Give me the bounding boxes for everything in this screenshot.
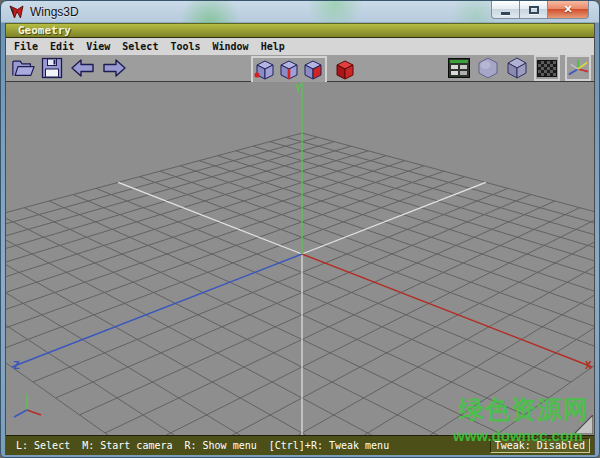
client-area: Geometry FileEditViewSelectToolsWindowHe… [5,23,595,455]
maximize-icon [529,6,539,14]
face-cube-icon [301,58,325,82]
axes-toggle[interactable] [565,55,591,81]
save-button[interactable] [40,56,64,80]
vertex-cube-icon [253,58,277,82]
menubar: FileEditViewSelectToolsWindowHelp [6,38,594,55]
ground-plane-icon [537,60,557,77]
face-mode-button[interactable] [301,58,325,82]
redo-arrow-icon [101,58,128,78]
body-mode-button[interactable] [333,58,357,82]
view-options-dialog-icon [448,58,470,78]
file-tool-group [11,56,128,80]
mouse-hint: M: Start camera [82,440,172,451]
redo-button[interactable] [101,56,128,80]
undo-button[interactable] [69,56,96,80]
edge-mode-button[interactable] [277,58,301,82]
open-folder-button[interactable] [11,56,35,80]
wireframe-cube-icon [505,56,529,80]
mouse-hint: R: Show menu [185,440,257,451]
minimize-icon [501,12,510,15]
edge-cube-icon [277,58,301,82]
view-options-button[interactable] [447,56,471,80]
ground-plane-toggle[interactable] [534,55,560,81]
selection-mode-group [251,56,357,84]
close-button[interactable]: ✕ [547,1,589,19]
smooth-shaded-cube-icon [476,56,500,80]
wings3d-window: Wings3D ✕ Geometry FileEditViewSelectToo… [0,0,600,458]
resize-grip[interactable] [574,415,593,434]
menu-item[interactable]: Select [116,41,164,52]
smooth-shaded-button[interactable] [476,56,500,80]
menu-item[interactable]: Window [207,41,255,52]
mouse-hint: L: Select [16,440,70,451]
geometry-window-title: Geometry [18,25,71,36]
titlebar[interactable]: Wings3D ✕ [5,1,595,23]
grid-canvas[interactable] [6,82,594,435]
mouse-hint: [Ctrl]+R: Tweak menu [269,440,389,451]
menu-item[interactable]: File [8,41,44,52]
selection-mode-buttons [251,56,327,84]
menu-item[interactable]: Tools [164,41,206,52]
window-controls: ✕ [491,1,589,19]
viewport[interactable]: Y X Z [6,82,594,435]
close-icon: ✕ [563,3,572,16]
geometry-window-header[interactable]: Geometry [6,23,594,38]
body-cube-icon [333,58,357,82]
maximize-button[interactable] [519,1,548,19]
wireframe-button[interactable] [505,56,529,80]
wings3d-logo-icon[interactable] [9,5,24,19]
menu-item[interactable]: Edit [44,41,80,52]
statusbar: L: SelectM: Start cameraR: Show menu[Ctr… [6,435,594,455]
vertex-mode-button[interactable] [253,58,277,82]
save-floppy-icon [41,57,63,79]
open-folder-icon [11,57,35,79]
minimize-button[interactable] [491,1,520,19]
menu-item[interactable]: Help [255,41,291,52]
mouse-hints: L: SelectM: Start cameraR: Show menu[Ctr… [16,440,401,451]
toolbar [6,55,594,82]
undo-arrow-icon [69,58,96,78]
window-title: Wings3D [30,5,79,19]
tweak-status-button[interactable]: Tweak: Disabled [490,438,590,453]
axes-icon [567,57,589,79]
view-tool-group [447,55,591,81]
menu-item[interactable]: View [80,41,116,52]
